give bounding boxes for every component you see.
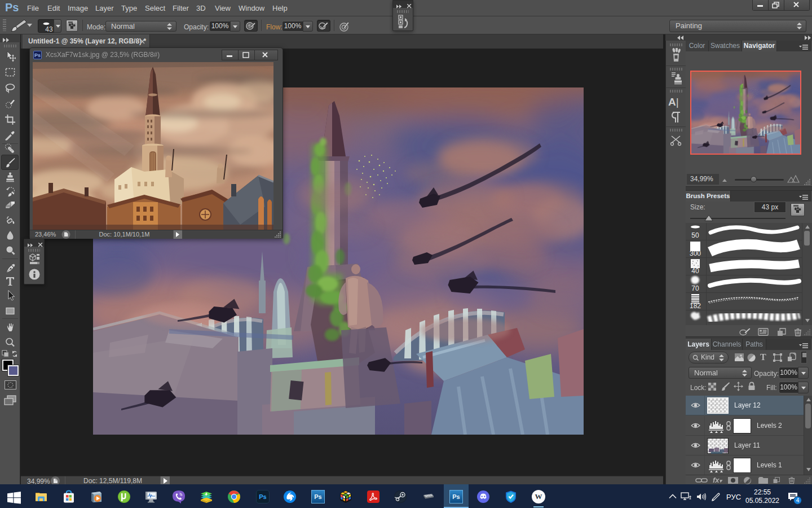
svg-text:300: 300	[690, 249, 701, 257]
svg-text:40: 40	[691, 267, 699, 275]
svg-text:182: 182	[690, 302, 701, 310]
svg-text:50: 50	[691, 231, 699, 239]
svg-text:70: 70	[691, 284, 699, 292]
